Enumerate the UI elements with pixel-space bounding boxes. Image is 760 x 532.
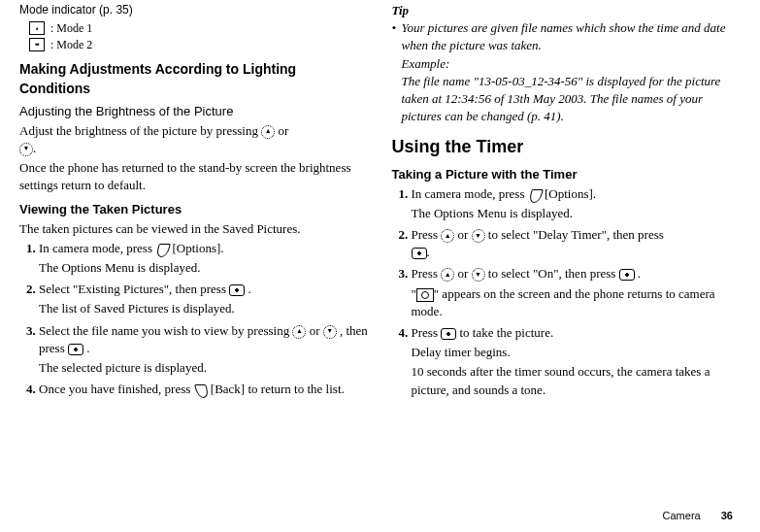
text-fragment: Once you have finished, press xyxy=(39,382,194,396)
text-fragment: Press xyxy=(412,325,442,340)
text-fragment: . xyxy=(33,141,36,155)
text-fragment: Press xyxy=(412,266,442,281)
text-fragment: " appears on the screen and the phone re… xyxy=(412,286,715,318)
text-fragment: to take the picture. xyxy=(459,325,553,340)
text-fragment: Select "Existing Pictures", then press xyxy=(39,282,229,296)
timer-step-1-sub: The Options Menu is displayed. xyxy=(412,205,742,222)
timer-step-1: In camera mode, press [Options]. The Opt… xyxy=(412,185,742,222)
adjust-brightness-text: Adjust the brightness of the picture by … xyxy=(19,122,369,157)
tip-bullet: • xyxy=(392,19,402,125)
brightness-reset-text: Once the phone has returned to the stand… xyxy=(19,159,369,194)
text-fragment: or xyxy=(310,323,323,338)
viewing-steps: In camera mode, press [Options]. The Opt… xyxy=(19,240,369,399)
mode-1-row: ▪ : Mode 1 xyxy=(29,20,369,37)
text-fragment: or xyxy=(457,227,471,242)
text-fragment: Adjust the brightness of the picture by … xyxy=(19,123,261,138)
right-softkey-icon xyxy=(528,189,542,201)
text-fragment: Select the file name you wish to view by… xyxy=(39,323,292,338)
mode-2-label: : Mode 2 xyxy=(50,37,92,53)
text-fragment: to select "On", then press xyxy=(488,266,619,281)
tip-heading: Tip xyxy=(392,2,742,19)
text-fragment: or xyxy=(457,266,471,281)
taking-picture-heading: Taking a Picture with the Timer xyxy=(392,166,742,183)
right-column: Tip • Your pictures are given file names… xyxy=(380,0,742,505)
center-key-icon xyxy=(68,344,83,355)
tip-bullet-row: • Your pictures are given file names whi… xyxy=(392,19,742,125)
camera-timer-icon xyxy=(416,288,434,302)
mode-1-label: : Mode 1 xyxy=(50,20,92,37)
down-key-icon: ▼ xyxy=(323,325,337,339)
text-fragment: [Back] to return to the list. xyxy=(211,382,345,396)
step-3-sub: The selected picture is displayed. xyxy=(39,359,369,377)
up-key-icon: ▲ xyxy=(441,229,454,243)
mode-indicator-heading: Mode indicator (p. 35) xyxy=(19,2,369,18)
text-fragment: to select "Delay Timer", then press xyxy=(488,227,664,242)
right-softkey-icon xyxy=(155,244,169,255)
step-1-sub: The Options Menu is displayed. xyxy=(39,259,369,277)
center-key-icon xyxy=(619,269,635,281)
center-key-icon xyxy=(441,328,456,340)
text-fragment: . xyxy=(248,282,250,296)
text-fragment: In camera mode, press xyxy=(412,186,528,201)
tip-body: Your pictures are given file names which… xyxy=(402,19,742,125)
adjust-brightness-heading: Adjusting the Brightness of the Picture xyxy=(19,103,369,120)
viewing-heading: Viewing the Taken Pictures xyxy=(19,201,369,218)
text-fragment: or xyxy=(278,123,288,138)
left-softkey-icon xyxy=(194,384,208,396)
viewing-text: The taken pictures can be viewed in the … xyxy=(19,220,369,238)
center-key-icon xyxy=(412,248,427,259)
step-3: Select the file name you wish to view by… xyxy=(39,322,369,378)
center-key-icon xyxy=(229,284,245,296)
up-key-icon: ▲ xyxy=(261,125,275,139)
using-timer-heading: Using the Timer xyxy=(392,135,742,159)
text-fragment: In camera mode, press xyxy=(39,241,155,255)
text-fragment: . xyxy=(638,266,641,281)
up-key-icon: ▲ xyxy=(441,268,454,282)
text-fragment: . xyxy=(86,341,89,355)
text-fragment: [Options]. xyxy=(172,241,223,255)
step-2-sub: The list of Saved Pictures is displayed. xyxy=(39,300,369,317)
mode-1-icon: ▪ xyxy=(29,21,45,35)
up-key-icon: ▲ xyxy=(292,325,306,339)
step-1: In camera mode, press [Options]. The Opt… xyxy=(39,240,369,277)
timer-step-2: Press ▲ or ▼ to select "Delay Timer", th… xyxy=(412,226,742,261)
page: Mode indicator (p. 35) ▪ : Mode 1 ▪▪ : M… xyxy=(0,0,760,505)
text-fragment: Press xyxy=(412,227,442,242)
timer-step-4-sub2: 10 seconds after the timer sound occurs,… xyxy=(412,363,742,398)
footer-page-number: 36 xyxy=(721,510,733,521)
timer-step-4-sub1: Delay timer begins. xyxy=(412,344,742,361)
timer-step-4: Press to take the picture. Delay timer b… xyxy=(412,324,742,399)
down-key-icon: ▼ xyxy=(472,229,485,243)
mode-2-icon: ▪▪ xyxy=(29,38,45,51)
footer-section: Camera xyxy=(663,510,701,521)
timer-steps: In camera mode, press [Options]. The Opt… xyxy=(392,185,742,399)
making-adjustments-heading: Making Adjustments According to Lighting… xyxy=(19,60,369,98)
text-fragment: [Options]. xyxy=(545,186,596,201)
text-fragment: . xyxy=(427,245,430,259)
mode-2-row: ▪▪ : Mode 2 xyxy=(29,37,369,53)
step-4: Once you have finished, press [Back] to … xyxy=(39,381,369,398)
timer-step-3-sub: "" appears on the screen and the phone r… xyxy=(412,285,742,320)
footer: Camera 36 xyxy=(0,505,760,523)
down-key-icon: ▼ xyxy=(472,268,485,282)
timer-step-3: Press ▲ or ▼ to select "On", then press … xyxy=(412,265,742,320)
down-key-icon: ▼ xyxy=(19,143,33,156)
left-column: Mode indicator (p. 35) ▪ : Mode 1 ▪▪ : M… xyxy=(19,0,380,505)
step-2: Select "Existing Pictures", then press .… xyxy=(39,281,369,317)
